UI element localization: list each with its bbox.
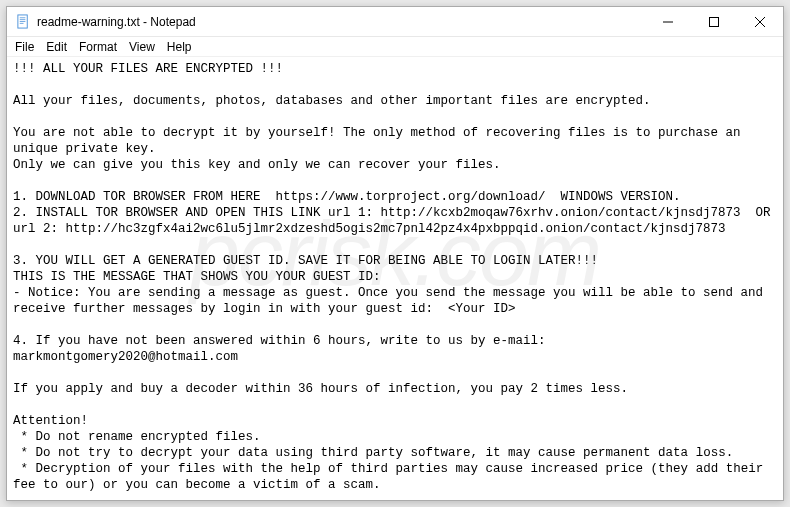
close-button[interactable] — [737, 7, 783, 37]
menubar: File Edit Format View Help — [7, 37, 783, 57]
menu-format[interactable]: Format — [73, 38, 123, 56]
menu-file[interactable]: File — [9, 38, 40, 56]
maximize-icon — [709, 17, 719, 27]
menu-view[interactable]: View — [123, 38, 161, 56]
minimize-button[interactable] — [645, 7, 691, 37]
notepad-window: readme-warning.txt - Notepad File Edit F… — [6, 6, 784, 501]
text-content-area[interactable]: !!! ALL YOUR FILES ARE ENCRYPTED !!! All… — [7, 57, 783, 500]
maximize-button[interactable] — [691, 7, 737, 37]
close-icon — [755, 17, 765, 27]
minimize-icon — [663, 17, 673, 27]
menu-help[interactable]: Help — [161, 38, 198, 56]
titlebar[interactable]: readme-warning.txt - Notepad — [7, 7, 783, 37]
menu-edit[interactable]: Edit — [40, 38, 73, 56]
svg-rect-6 — [710, 17, 719, 26]
window-title: readme-warning.txt - Notepad — [37, 15, 196, 29]
notepad-app-icon — [15, 14, 31, 30]
